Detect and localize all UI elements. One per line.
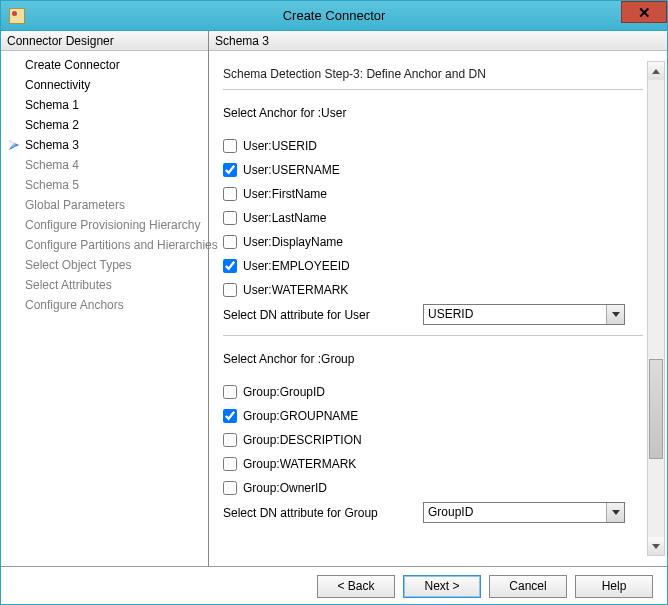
checkbox-label: Group:OwnerID [243,481,327,495]
sidebar-item-label: Configure Provisioning Hierarchy [25,218,200,232]
titlebar: Create Connector ✕ [1,1,667,31]
checkbox-label: Group:DESCRIPTION [243,433,362,447]
sidebar-item-label: Schema 1 [25,98,79,112]
checkbox[interactable] [223,139,237,153]
sidebar-item-label: Schema 5 [25,178,79,192]
vertical-scrollbar[interactable] [647,61,665,556]
sidebar-item-label: Create Connector [25,58,120,72]
checkbox-label: Group:GROUPNAME [243,409,358,423]
sidebar-item[interactable]: Select Attributes [1,275,208,295]
checkbox[interactable] [223,211,237,225]
user-anchor-label: Select Anchor for :User [223,106,643,120]
close-button[interactable]: ✕ [621,1,667,23]
user-dn-label: Select DN attribute for User [223,308,423,322]
content-header: Schema 3 [209,31,667,51]
checkbox-label: User:FirstName [243,187,327,201]
sidebar-item[interactable]: Configure Anchors [1,295,208,315]
sidebar-item-label: Configure Partitions and Hierarchies [25,238,218,252]
sidebar: Connector Designer Create ConnectorConne… [1,31,209,566]
sidebar-item[interactable]: Configure Provisioning Hierarchy [1,215,208,235]
checkbox-row: Group:OwnerID [223,476,643,500]
step-title: Schema Detection Step-3: Define Anchor a… [223,67,643,81]
divider [223,335,643,336]
user-checkbox-group: User:USERIDUser:USERNAMEUser:FirstNameUs… [223,134,643,302]
sidebar-item[interactable]: Schema 1 [1,95,208,115]
checkbox-label: User:EMPLOYEEID [243,259,350,273]
content-pane: Schema 3 Schema Detection Step-3: Define… [209,31,667,566]
sidebar-item-label: Configure Anchors [25,298,124,312]
checkbox-label: User:LastName [243,211,326,225]
checkbox-row: Group:GroupID [223,380,643,404]
sidebar-item[interactable]: Global Parameters [1,195,208,215]
checkbox[interactable] [223,409,237,423]
sidebar-item[interactable]: Select Object Types [1,255,208,275]
scroll-up-button[interactable] [648,62,664,80]
group-dn-dropdown-button[interactable] [606,503,624,522]
checkbox[interactable] [223,259,237,273]
chevron-up-icon [652,69,660,74]
sidebar-item-label: Schema 4 [25,158,79,172]
divider [223,89,643,90]
checkbox-label: Group:WATERMARK [243,457,356,471]
checkbox[interactable] [223,385,237,399]
checkbox-row: User:EMPLOYEEID [223,254,643,278]
form-area: Schema Detection Step-3: Define Anchor a… [223,61,643,556]
sidebar-item[interactable]: Schema 2 [1,115,208,135]
sidebar-item-label: Select Object Types [25,258,132,272]
sidebar-item[interactable]: Schema 4 [1,155,208,175]
user-dn-value: USERID [424,305,606,324]
scroll-thumb[interactable] [649,359,663,460]
sidebar-item[interactable]: Configure Partitions and Hierarchies [1,235,208,255]
checkbox-row: Group:WATERMARK [223,452,643,476]
chevron-down-icon [652,544,660,549]
scroll-track[interactable] [648,80,664,537]
sidebar-item[interactable]: Schema 5 [1,175,208,195]
sidebar-item[interactable]: Connectivity [1,75,208,95]
checkbox-label: User:USERNAME [243,163,340,177]
sidebar-item-label: Global Parameters [25,198,125,212]
checkbox-row: User:FirstName [223,182,643,206]
sidebar-item[interactable]: Schema 3 [1,135,208,155]
checkbox-row: User:USERNAME [223,158,643,182]
help-button[interactable]: Help [575,575,653,598]
sidebar-item-label: Connectivity [25,78,90,92]
checkbox-row: User:LastName [223,206,643,230]
checkbox[interactable] [223,457,237,471]
checkbox[interactable] [223,163,237,177]
group-anchor-label: Select Anchor for :Group [223,352,643,366]
back-button[interactable]: < Back [317,575,395,598]
user-dn-combobox[interactable]: USERID [423,304,625,325]
checkbox[interactable] [223,481,237,495]
cancel-button[interactable]: Cancel [489,575,567,598]
chevron-down-icon [612,312,620,317]
scroll-down-button[interactable] [648,537,664,555]
checkbox-row: User:USERID [223,134,643,158]
checkbox[interactable] [223,187,237,201]
sidebar-header: Connector Designer [1,31,208,51]
chevron-down-icon [612,510,620,515]
checkbox-row: Group:DESCRIPTION [223,428,643,452]
sidebar-item-label: Select Attributes [25,278,112,292]
window-title: Create Connector [1,8,667,23]
group-checkbox-group: Group:GroupIDGroup:GROUPNAMEGroup:DESCRI… [223,380,643,500]
checkbox[interactable] [223,235,237,249]
sidebar-item-label: Schema 2 [25,118,79,132]
checkbox-label: User:WATERMARK [243,283,348,297]
checkbox[interactable] [223,433,237,447]
checkbox[interactable] [223,283,237,297]
checkbox-label: User:USERID [243,139,317,153]
close-icon: ✕ [638,5,651,20]
user-dn-dropdown-button[interactable] [606,305,624,324]
checkbox-label: User:DisplayName [243,235,343,249]
wizard-buttons: < Back Next > Cancel Help [1,567,667,605]
group-dn-combobox[interactable]: GroupID [423,502,625,523]
group-dn-value: GroupID [424,503,606,522]
checkbox-row: User:DisplayName [223,230,643,254]
sidebar-items: Create ConnectorConnectivitySchema 1Sche… [1,51,208,315]
checkbox-label: Group:GroupID [243,385,325,399]
checkbox-row: User:WATERMARK [223,278,643,302]
next-button[interactable]: Next > [403,575,481,598]
sidebar-item-label: Schema 3 [25,138,79,152]
sidebar-item[interactable]: Create Connector [1,55,208,75]
checkbox-row: Group:GROUPNAME [223,404,643,428]
